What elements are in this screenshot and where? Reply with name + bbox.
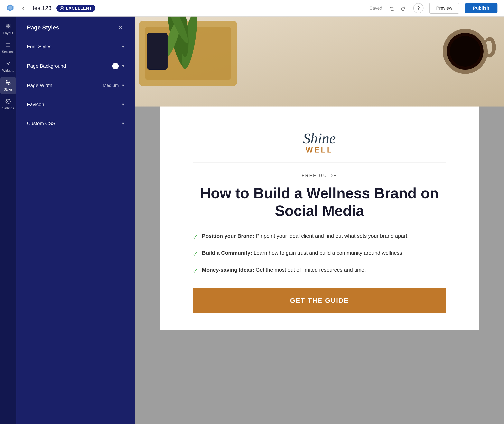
- page-width-controls: Medium ▾: [103, 83, 124, 88]
- bullet-text-2: Get the most out of limited resources an…: [254, 267, 366, 273]
- close-panel-button[interactable]: ×: [117, 24, 124, 31]
- icon-sidebar: Layout Sections Widgets: [0, 17, 16, 424]
- brand-well-text: WELL: [193, 146, 446, 154]
- saved-indicator: Saved: [369, 6, 382, 11]
- bullet-text-1: Learn how to gain trust and build a comm…: [252, 250, 404, 256]
- header-left: test123 EXCELLENT: [6, 4, 369, 13]
- header: test123 EXCELLENT Saved: [0, 0, 504, 17]
- bullet-item: ✓ Position your Brand: Pinpoint your ide…: [193, 232, 446, 242]
- hero-image: [135, 17, 504, 106]
- sidebar-item-styles[interactable]: Styles: [0, 77, 16, 94]
- page-background-header[interactable]: Page Background ▾: [16, 56, 135, 76]
- styles-icon: [6, 80, 11, 87]
- main-heading: How to Build a Wellness Brand on Social …: [193, 184, 446, 220]
- accordion-page-width: Page Width Medium ▾: [16, 76, 135, 95]
- layout-icon: [6, 24, 11, 30]
- quality-badge: EXCELLENT: [56, 5, 95, 12]
- accordion-page-background: Page Background ▾: [16, 56, 135, 76]
- undo-button[interactable]: [388, 4, 397, 13]
- accordion-custom-css: Custom CSS ▾: [16, 114, 135, 133]
- custom-css-header[interactable]: Custom CSS ▾: [16, 114, 135, 133]
- sidebar-item-sections[interactable]: Sections: [0, 39, 16, 57]
- page-background-label: Page Background: [27, 63, 66, 69]
- header-right: Saved ? Preview Publish: [369, 3, 498, 14]
- font-styles-chevron: ▾: [122, 44, 124, 49]
- bullet-bold-2: Money-saving Ideas:: [202, 267, 254, 273]
- sidebar-item-widgets[interactable]: Widgets: [0, 58, 16, 75]
- panel-header: Page Styles ×: [16, 17, 135, 37]
- widgets-nav-label: Widgets: [2, 69, 14, 73]
- accordion-font-styles: Font Styles ▾: [16, 37, 135, 56]
- styles-nav-label: Styles: [4, 88, 13, 91]
- page-width-label: Page Width: [27, 83, 52, 88]
- quality-label: EXCELLENT: [66, 6, 92, 11]
- preview-button[interactable]: Preview: [429, 3, 459, 14]
- content-area: Shine WELL FREE GUIDE How to Build a Wel…: [135, 17, 504, 424]
- svg-point-3: [61, 7, 62, 9]
- svg-rect-10: [6, 27, 8, 28]
- sections-nav-label: Sections: [2, 50, 14, 54]
- page-title: test123: [33, 5, 51, 12]
- cta-button[interactable]: GET THE GUIDE: [193, 288, 446, 313]
- checkmark-icon: ✓: [193, 266, 198, 276]
- undo-redo-group: [388, 4, 407, 13]
- checkmark-icon: ✓: [193, 249, 198, 259]
- panel-sidebar: Page Styles × Font Styles ▾ Page Backgro…: [16, 17, 135, 424]
- panel-title: Page Styles: [27, 24, 59, 31]
- redo-button[interactable]: [399, 4, 407, 13]
- app-logo[interactable]: [6, 4, 14, 12]
- widgets-icon: [6, 61, 11, 68]
- svg-rect-8: [6, 24, 8, 26]
- free-guide-label: FREE GUIDE: [193, 173, 446, 178]
- bullet-item: ✓ Build a Community: Learn how to gain t…: [193, 249, 446, 259]
- help-button[interactable]: ?: [413, 3, 424, 13]
- page-width-value: Medium: [103, 83, 119, 88]
- custom-css-chevron: ▾: [122, 121, 124, 126]
- page-background-toggle[interactable]: [112, 63, 119, 69]
- main-layout: Layout Sections Widgets: [0, 17, 504, 424]
- publish-button[interactable]: Publish: [465, 3, 498, 13]
- bullet-bold-1: Build a Community:: [202, 250, 252, 256]
- settings-nav-label: Settings: [2, 106, 14, 110]
- svg-rect-9: [9, 24, 10, 26]
- custom-css-label: Custom CSS: [27, 121, 55, 126]
- svg-rect-11: [9, 27, 10, 28]
- page-preview: Shine WELL FREE GUIDE How to Build a Wel…: [135, 17, 504, 424]
- font-styles-header[interactable]: Font Styles ▾: [16, 37, 135, 56]
- bullet-bold-0: Position your Brand:: [202, 233, 254, 239]
- brand-shine-text: Shine: [193, 131, 446, 146]
- bullet-item: ✓ Money-saving Ideas: Get the most out o…: [193, 266, 446, 276]
- svg-point-17: [7, 101, 9, 102]
- content-card: Shine WELL FREE GUIDE How to Build a Wel…: [160, 106, 479, 330]
- brand-logo: Shine WELL: [193, 119, 446, 163]
- layout-nav-label: Layout: [3, 31, 13, 35]
- favicon-header[interactable]: Favicon ▾: [16, 95, 135, 114]
- accordion-favicon: Favicon ▾: [16, 95, 135, 114]
- sidebar-item-settings[interactable]: Settings: [0, 96, 16, 113]
- bullet-list: ✓ Position your Brand: Pinpoint your ide…: [193, 232, 446, 276]
- font-styles-label: Font Styles: [27, 44, 51, 50]
- favicon-label: Favicon: [27, 102, 44, 107]
- page-width-chevron: ▾: [122, 83, 124, 88]
- svg-point-15: [7, 63, 9, 65]
- page-width-header[interactable]: Page Width Medium ▾: [16, 76, 135, 95]
- settings-icon: [6, 99, 11, 105]
- sections-icon: [6, 42, 11, 49]
- page-background-controls: ▾: [112, 63, 124, 69]
- page-background-chevron: ▾: [122, 63, 124, 69]
- favicon-chevron: ▾: [122, 102, 124, 107]
- bullet-text-0: Pinpoint your ideal client and find out …: [254, 233, 409, 239]
- checkmark-icon: ✓: [193, 232, 198, 242]
- sidebar-item-layout[interactable]: Layout: [0, 21, 16, 38]
- back-button[interactable]: [19, 4, 28, 13]
